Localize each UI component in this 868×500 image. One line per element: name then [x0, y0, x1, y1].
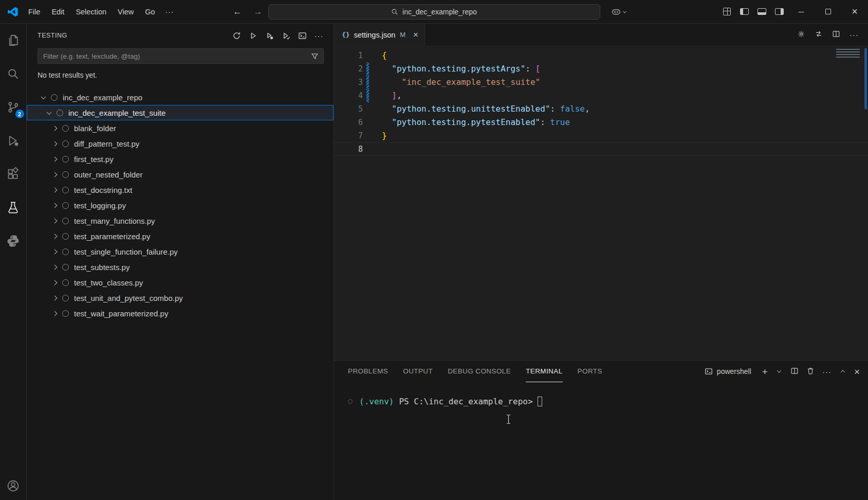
toggle-panel-icon[interactable] — [753, 0, 770, 23]
command-center-search[interactable]: inc_dec_example_repo — [268, 4, 600, 20]
code-text: "inc_dec_example_test_suite" — [382, 76, 540, 89]
chevron-right-icon[interactable] — [52, 249, 58, 254]
minimap[interactable] — [836, 49, 860, 59]
chevron-right-icon[interactable] — [52, 126, 58, 131]
debug-tests-icon[interactable] — [263, 29, 276, 42]
chevron-right-icon[interactable] — [52, 141, 58, 146]
testing-icon[interactable] — [1, 195, 26, 220]
navigate-forward-icon[interactable]: → — [250, 0, 266, 24]
open-changes-icon[interactable] — [815, 30, 823, 40]
chevron-right-icon[interactable] — [52, 172, 58, 177]
panel-tab-output[interactable]: OUTPUT — [403, 361, 433, 382]
test-filter-box — [38, 48, 324, 64]
show-test-output-icon[interactable] — [296, 29, 309, 42]
chevron-down-icon[interactable] — [41, 94, 46, 99]
customize-layout-icon[interactable] — [718, 0, 735, 23]
chevron-down-icon[interactable] — [47, 110, 52, 115]
chevron-right-icon[interactable] — [52, 311, 58, 316]
toggle-secondary-sidebar-icon[interactable] — [770, 0, 788, 23]
filter-icon[interactable] — [311, 52, 319, 60]
minimize-button[interactable]: ─ — [788, 0, 815, 23]
panel-tab-problems[interactable]: PROBLEMS — [348, 361, 388, 382]
close-panel-icon[interactable]: × — [854, 367, 860, 377]
menu-edit[interactable]: Edit — [46, 5, 70, 19]
code-editor[interactable]: 1{2 "python.testing.pytestArgs": [3 "inc… — [334, 46, 868, 360]
more-panel-actions-icon[interactable]: ··· — [822, 367, 832, 376]
source-control-icon[interactable]: 2 — [1, 95, 26, 119]
tree-item-first_test.py[interactable]: first_test.py — [27, 151, 334, 167]
menu-view[interactable]: View — [112, 5, 139, 19]
chevron-right-icon[interactable] — [52, 234, 58, 239]
run-tests-with-coverage-icon[interactable] — [280, 29, 292, 42]
more-actions-icon[interactable]: ··· — [312, 29, 325, 42]
chevron-right-icon[interactable] — [52, 218, 58, 223]
scrollbar-decoration[interactable] — [864, 48, 867, 109]
maximize-panel-icon[interactable] — [839, 368, 846, 375]
tree-item-test_two_classes.py[interactable]: test_two_classes.py — [27, 275, 334, 290]
test-filter-input[interactable] — [43, 52, 311, 60]
code-line-3[interactable]: 3 "inc_dec_example_test_suite" — [334, 76, 868, 89]
menu-go[interactable]: Go — [139, 5, 160, 19]
code-line-8[interactable]: 8 — [334, 142, 868, 156]
terminal[interactable]: (.venv) PS C:\inc_dec_example_repo> — [334, 382, 868, 406]
tab-close-icon[interactable]: × — [413, 30, 418, 40]
code-line-4[interactable]: 4 ], — [334, 89, 868, 102]
chevron-right-icon[interactable] — [52, 264, 58, 270]
panel-tab-debug-console[interactable]: DEBUG CONSOLE — [448, 361, 511, 382]
tree-item-diff_pattern_test.py[interactable]: diff_pattern_test.py — [27, 136, 334, 151]
maximize-button[interactable] — [815, 0, 841, 23]
split-terminal-icon[interactable] — [790, 367, 799, 377]
run-tests-icon[interactable] — [247, 29, 260, 42]
panel-tab-terminal[interactable]: TERMINAL — [526, 361, 562, 382]
tree-item-label: test_docstring.txt — [74, 186, 132, 194]
kill-terminal-icon[interactable] — [806, 367, 815, 377]
tree-item-test_subtests.py[interactable]: test_subtests.py — [27, 259, 334, 275]
python-icon[interactable] — [1, 228, 26, 253]
code-line-7[interactable]: 7} — [334, 129, 868, 142]
navigate-back-icon[interactable]: ← — [229, 0, 246, 24]
chevron-right-icon[interactable] — [52, 187, 58, 192]
split-editor-icon[interactable] — [832, 30, 840, 40]
code-line-2[interactable]: 2 "python.testing.pytestArgs": [ — [334, 62, 868, 76]
chevron-right-icon[interactable] — [52, 156, 58, 162]
menu-selection[interactable]: Selection — [70, 5, 112, 19]
explorer-icon[interactable] — [1, 28, 26, 52]
terminal-dropdown-icon[interactable] — [775, 368, 783, 375]
toggle-primary-sidebar-icon[interactable] — [735, 0, 753, 23]
more-menus-icon[interactable]: ··· — [161, 5, 179, 19]
tree-item-test_many_functions.py[interactable]: test_many_functions.py — [27, 213, 334, 228]
code-line-5[interactable]: 5 "python.testing.unittestEnabled": fals… — [334, 102, 868, 116]
search-view-icon[interactable] — [1, 61, 26, 86]
chevron-right-icon[interactable] — [52, 203, 58, 208]
tree-item-test_wait_parameterized.py[interactable]: test_wait_parameterized.py — [27, 306, 334, 321]
menu-file[interactable]: File — [23, 5, 46, 19]
window-close-button[interactable]: × — [841, 0, 868, 23]
new-terminal-icon[interactable]: + — [762, 367, 768, 377]
tree-item-test_single_function_failure.py[interactable]: test_single_function_failure.py — [27, 244, 334, 259]
open-settings-ui-icon[interactable] — [797, 30, 805, 40]
code-line-6[interactable]: 6 "python.testing.pytestEnabled": true — [334, 116, 868, 129]
extensions-icon[interactable] — [1, 162, 26, 186]
run-and-debug-icon[interactable] — [1, 128, 26, 153]
gutter-spacer — [366, 129, 369, 142]
panel-tab-ports[interactable]: PORTS — [578, 361, 602, 382]
copilot-button[interactable] — [611, 4, 626, 20]
accounts-icon[interactable] — [1, 473, 26, 498]
more-editor-actions-icon[interactable]: ··· — [849, 30, 859, 39]
tree-item-outer_nested_folder[interactable]: outer_nested_folder — [27, 167, 334, 182]
chevron-right-icon[interactable] — [52, 295, 58, 300]
tab-settings-json[interactable]: {} settings.json M × — [334, 24, 425, 46]
tree-item-test_parameterized.py[interactable]: test_parameterized.py — [27, 228, 334, 244]
tree-item-label: inc_dec_example_test_suite — [68, 109, 165, 117]
code-line-1[interactable]: 1{ — [334, 49, 868, 62]
tree-item-test_docstring.txt[interactable]: test_docstring.txt — [27, 182, 334, 198]
tree-item-test_logging.py[interactable]: test_logging.py — [27, 198, 334, 213]
refresh-tests-icon[interactable] — [230, 29, 243, 42]
tree-item-inc_dec_example_repo[interactable]: inc_dec_example_repo — [27, 90, 334, 105]
terminal-shell-selector[interactable]: powershell — [705, 367, 751, 376]
tree-item-test_unit_and_pytest_combo.py[interactable]: test_unit_and_pytest_combo.py — [27, 290, 334, 306]
chevron-right-icon[interactable] — [52, 280, 58, 285]
tree-item-blank_folder[interactable]: blank_folder — [27, 120, 334, 136]
terminal-prompt-line: (.venv) PS C:\inc_dec_example_repo> — [348, 397, 868, 406]
tree-item-inc_dec_example_test_suite[interactable]: inc_dec_example_test_suite — [27, 105, 334, 120]
